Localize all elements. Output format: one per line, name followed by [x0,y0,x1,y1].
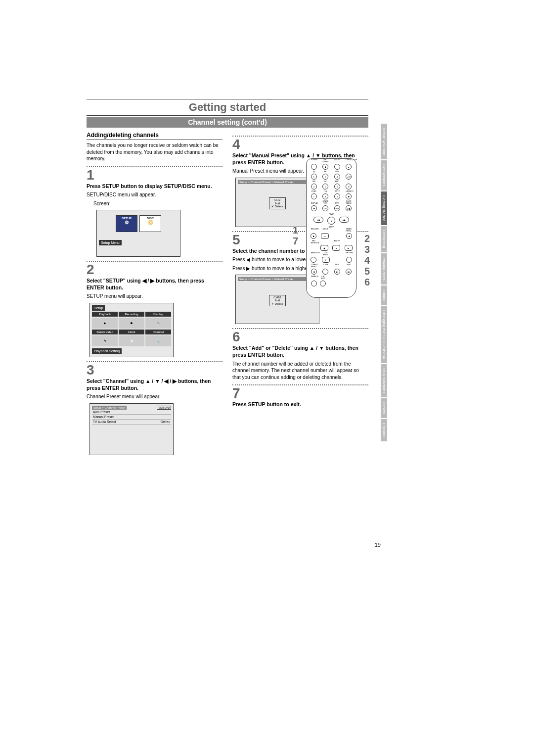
osd-channel-box: CH18 Add ✔ Delete [269,295,286,307]
divider [87,166,222,167]
osd-channel-box: CH2 Add ✔ Delete [269,197,286,209]
rew-button[interactable]: ◀◀ [313,217,323,223]
callout-3: 3 [364,244,370,255]
cm-skip-button[interactable] [320,281,326,286]
disc-tile: DISC 📀 [139,215,161,232]
remote-control: POWERREC SPEEDAUDIOOPEN/CLOSE ⏺▴ .@/ABCD… [306,158,356,298]
step-title: Select "Add" or "Delete" using ▲ / ▼ but… [232,345,368,358]
step-text: The channel number will be added or dele… [232,361,368,381]
divider [87,261,222,262]
zoom-button[interactable] [322,269,328,275]
tab-playing-discs[interactable]: Playing discs [381,253,387,284]
divider [232,136,368,137]
step-number: 3 [87,363,222,377]
osd-breadcrumb: Setup > Channel Preset [92,406,127,410]
tab-espanol[interactable]: Español [381,419,387,441]
callout-6: 6 [364,277,370,288]
step-text: Channel Preset menu will appear. [87,393,222,400]
play-label: PLAY [307,213,356,215]
step-title: Press SETUP button to display SETUP/DISC… [87,183,222,190]
skip-prev-button[interactable]: ⏮ [334,269,340,275]
subsection-heading: Adding/deleting channels [87,132,222,140]
callout-4: 4 [364,255,370,266]
setup-tile: SETUP ⚙ [116,215,137,232]
timer-prog-button[interactable]: ⏺ [346,233,352,239]
step-title: Press SETUP button to exit. [232,401,368,408]
display-button[interactable]: ⏺ [311,205,317,211]
tab-setup-menu[interactable]: Changing the SETUP menu [381,306,387,363]
rec-otr-button[interactable]: ⏺ [311,233,316,239]
tab-others[interactable]: Others [381,398,387,418]
intro-text: The channels you no longer receive or se… [87,142,222,162]
tab-vcr-functions[interactable]: VCR functions [381,364,387,397]
dvd-button[interactable]: dvd [334,205,340,211]
manual-page: Getting started Channel setting (cont'd)… [0,0,534,756]
open-close-button[interactable]: ▴ [346,164,352,170]
pause-button[interactable]: ❚❚ [346,205,352,211]
osd-status: Setup Menu [99,240,122,245]
side-tabs: Before you start Connections Getting sta… [381,124,391,442]
tab-before-you-start[interactable]: Before you start [381,124,387,159]
chapter-title: Getting started [87,101,368,114]
rec-speed-button[interactable]: ⏺ [322,164,328,170]
tab-recording[interactable]: Recording [381,226,387,252]
chapter-title-bar: Getting started [87,99,368,116]
screen-label: Screen: [93,200,222,207]
setup-button[interactable]: ▲ [321,233,329,239]
osd-channel-preset: Setup > Channel Preset VCR DVD Auto Pres… [89,403,174,455]
tab-connections[interactable]: Connections [381,160,387,190]
step-text: SETUP menu will appear. [87,293,222,300]
left-button[interactable]: ◀ [320,245,328,251]
ff-button[interactable]: ▶▶ [339,217,349,223]
osd-setup-disc: SETUP ⚙ DISC 📀 Setup Menu [96,210,180,257]
divider [232,384,368,385]
step-text: SETUP/DISC menu will appear. [87,191,222,198]
page-number: 19 [375,542,381,548]
tab-getting-started[interactable]: Getting started [381,191,387,225]
osd-title: Setup [92,305,105,311]
section-subtitle: Channel setting (cont'd) [87,117,368,128]
search-button[interactable] [311,281,317,286]
step-number: 1 [87,168,222,182]
audio-button[interactable] [334,164,340,170]
step-title: Select "Channel" using ▲ / ▼ / ◀ / ▶ but… [87,378,222,391]
play-button[interactable]: ▶ [327,217,335,225]
step-number: 2 [87,263,222,277]
right-button[interactable]: ▶ [345,245,353,251]
tab-editing[interactable]: Editing [381,285,387,305]
osd-list: Auto Preset Manual Preset TV Audio Selec… [92,410,171,425]
divider [232,328,368,329]
power-button[interactable] [311,164,317,170]
osd-badges: VCR DVD [157,406,171,410]
callout-2: 2 [364,233,370,244]
step-number: 4 [232,138,368,151]
divider [87,361,222,362]
down-button[interactable]: ▼ [322,257,330,263]
clear-button[interactable]: ⏺ [311,269,317,275]
callout-1: 1 [293,225,298,236]
enter-button[interactable]: ● [332,245,340,251]
left-column: Adding/deleting channels The channels yo… [87,132,222,458]
vcr-button[interactable]: vcr [322,205,328,211]
callout-7: 7 [293,236,298,247]
osd-setup-menu: Setup Playback Recording Display ▶ ⏺ ▭ S… [89,303,174,357]
skip-next-button[interactable]: ⏭ [346,269,352,275]
menu-list-button[interactable] [311,257,316,263]
step-number: 6 [232,330,368,344]
step-title: Select "SETUP" using ◀ / ▶ buttons, then… [87,278,222,291]
remote-diagram-area: POWERREC SPEEDAUDIOOPEN/CLOSE ⏺▴ .@/ABCD… [287,158,376,298]
return-button[interactable] [346,257,352,263]
callout-5: 5 [364,266,370,277]
osd-status: Playback Setting [92,348,122,354]
step-number: 7 [232,386,368,400]
